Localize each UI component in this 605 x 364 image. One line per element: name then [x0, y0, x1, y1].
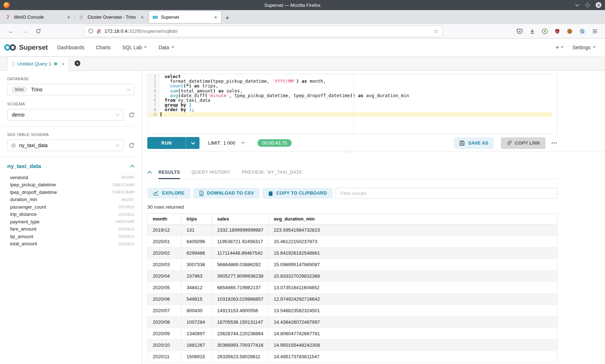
refresh-schemas-icon[interactable]: [129, 112, 135, 118]
results-header-month[interactable]: month: [148, 214, 182, 224]
downloads-icon[interactable]: [529, 28, 535, 34]
code-text: format_datetime(tpep_pickup_datetime, 'Y…: [160, 79, 557, 83]
more-options-button[interactable]: •••: [551, 141, 557, 145]
table-cell: 15.46122150237873: [269, 236, 557, 247]
column-name: tpep_pickup_datetime: [7, 182, 56, 187]
table-cell: 2020/06: [148, 294, 182, 305]
drag-handle-icon[interactable]: [12, 62, 14, 66]
reload-button[interactable]: [32, 28, 45, 34]
extension-green-icon[interactable]: [542, 28, 548, 34]
superset-brand[interactable]: Superset: [4, 44, 48, 51]
download-csv-button[interactable]: DOWNLOAD TO CSV: [193, 188, 260, 199]
ublock-shield-icon[interactable]: [555, 28, 560, 34]
nav-item-dashboards[interactable]: Dashboards: [57, 45, 85, 50]
query-tab-close-icon[interactable]: ×: [62, 61, 64, 67]
nav-item-sql-lab[interactable]: SQL Lab: [122, 45, 147, 50]
table-row: 2019/121312332.1899999999987223.59541984…: [148, 224, 557, 236]
minio-flamingo-icon: [5, 15, 11, 20]
window-maximize-icon[interactable]: [585, 3, 590, 8]
navbar-settings-menu[interactable]: Settings: [572, 45, 596, 50]
collapse-results-chevron-up-icon[interactable]: [147, 171, 152, 174]
table-cell: 14.436426072487997: [269, 317, 557, 328]
database-select[interactable]: trino Trino: [7, 84, 135, 95]
column-type: BIGINT: [121, 175, 135, 179]
window-close-icon[interactable]: [596, 2, 601, 8]
schema-column-row: payment_typeVARCHAR: [7, 218, 135, 226]
query-timer-badge: 00:00:43.75: [257, 139, 292, 147]
filter-results-input[interactable]: [336, 188, 557, 199]
caret-down-icon: [561, 46, 564, 48]
collapse-table-chevron-up-icon[interactable]: [130, 165, 135, 168]
table-cell: 1681267: [182, 340, 212, 351]
copy-clipboard-button[interactable]: COPY TO CLIPBOARD: [263, 188, 332, 199]
results-tab-query-history[interactable]: QUERY HISTORY: [192, 165, 230, 179]
hamburger-menu-icon[interactable]: [592, 29, 598, 34]
browser-tab-cluster-overview-trino[interactable]: Cluster Overview - Trino×: [76, 11, 148, 23]
pocket-icon[interactable]: [517, 28, 523, 34]
save-as-button[interactable]: SAVE AS: [454, 137, 494, 149]
refresh-tables-icon[interactable]: [129, 142, 135, 149]
chart-line-icon: [153, 191, 159, 196]
column-type: BIGINT: [121, 197, 135, 202]
results-header-trips[interactable]: trips: [182, 214, 212, 224]
explore-button[interactable]: EXPLORE: [147, 188, 191, 199]
add-query-tab-button[interactable]: +: [69, 56, 86, 70]
run-button-label[interactable]: RUN: [147, 137, 186, 149]
window-minimize-icon[interactable]: [575, 4, 579, 6]
browser-tab-minio-console[interactable]: MinIO Console×: [2, 11, 74, 23]
nav-item-charts[interactable]: Charts: [96, 45, 111, 50]
superset-logo-icon: [4, 44, 17, 51]
sql-editor[interactable]: 1select2 format_datetime(tpep_pickup_dat…: [147, 74, 557, 134]
limit-dropdown[interactable]: LIMIT: 1 000: [208, 140, 245, 146]
table-cell: 119538721.92456317: [212, 236, 269, 247]
pane-divider[interactable]: [142, 151, 605, 155]
url-bar[interactable]: 172.18.0.4:32295/superset/sqllab/ ☆: [84, 26, 443, 37]
table-cell: 800430: [182, 305, 212, 317]
browser-tab-superset[interactable]: Superset×: [149, 11, 221, 23]
table-cell: 1007284: [182, 317, 212, 328]
pinwheel-extension-icon[interactable]: [579, 28, 585, 34]
pane-drag-handle-icon[interactable]: [344, 150, 353, 153]
results-header-avg_duration_min[interactable]: avg_duration_min: [269, 214, 557, 224]
table-row: 2020/09134089723628744.22023686414.80604…: [148, 328, 557, 340]
insecure-lock-icon[interactable]: [97, 29, 101, 34]
back-button[interactable]: ←: [4, 28, 18, 35]
bookmark-star-icon[interactable]: ☆: [434, 28, 438, 35]
schema-label: SCHEMA: [7, 102, 135, 106]
copy-link-button[interactable]: COPY LINK: [501, 137, 546, 149]
tab-close-icon[interactable]: ×: [140, 14, 144, 20]
results-tab-results[interactable]: RESULTS: [158, 165, 180, 179]
results-header-sales[interactable]: sales: [212, 214, 269, 224]
schema-select[interactable]: demo: [7, 109, 124, 120]
table-row: 2020/11150891526335623.5802881114.485173…: [148, 351, 557, 363]
tab-close-icon[interactable]: ×: [214, 14, 218, 20]
url-text[interactable]: 172.18.0.4:32295/superset/sqllab/: [104, 28, 178, 34]
navbar-plus-menu[interactable]: +: [555, 44, 564, 51]
nav-item-data[interactable]: Data: [158, 45, 174, 50]
cookie-icon[interactable]: [567, 28, 573, 34]
table-cell: 12.974924292716642: [269, 294, 557, 305]
text-cursor: [161, 112, 161, 117]
clipboard-icon: [268, 191, 273, 196]
forward-button[interactable]: →: [18, 28, 32, 35]
url-host: 172.18.0.4: [104, 28, 127, 34]
run-options-chevron-icon[interactable]: [186, 137, 200, 149]
tab-close-icon[interactable]: ×: [67, 14, 71, 20]
table-schema-title[interactable]: ny_taxi_data: [7, 163, 41, 169]
superset-navbar: Superset Dashboards Charts SQL Lab Data …: [0, 38, 605, 56]
tracking-shield-icon[interactable]: [88, 28, 93, 34]
table-select[interactable]: ny_taxi_data: [7, 140, 124, 151]
run-button[interactable]: RUN: [147, 137, 200, 149]
database-value: Trino: [31, 87, 42, 92]
table-row: 2020/08100728418705536.15013114714.43642…: [148, 317, 557, 328]
column-name: fare_amount: [7, 226, 36, 232]
browser-tab-title: MinIO Console: [14, 15, 67, 20]
table-cell: 10319263.029966857: [212, 294, 269, 305]
table-cell: 10.833327029832368: [269, 270, 557, 282]
database-engine-badge: trino: [11, 86, 27, 93]
column-type: DOUBLE: [118, 212, 135, 217]
table-columns-list: vendoridBIGINTtpep_pickup_datetimeTIMEST…: [7, 174, 135, 247]
query-tab-untitled-query-1[interactable]: Untitled Query 1 ×: [7, 56, 69, 71]
results-tab-preview-ny-taxi-data-[interactable]: PREVIEW: `NY_TAXI_DATA`: [242, 165, 303, 179]
new-tab-button[interactable]: +: [221, 14, 234, 24]
